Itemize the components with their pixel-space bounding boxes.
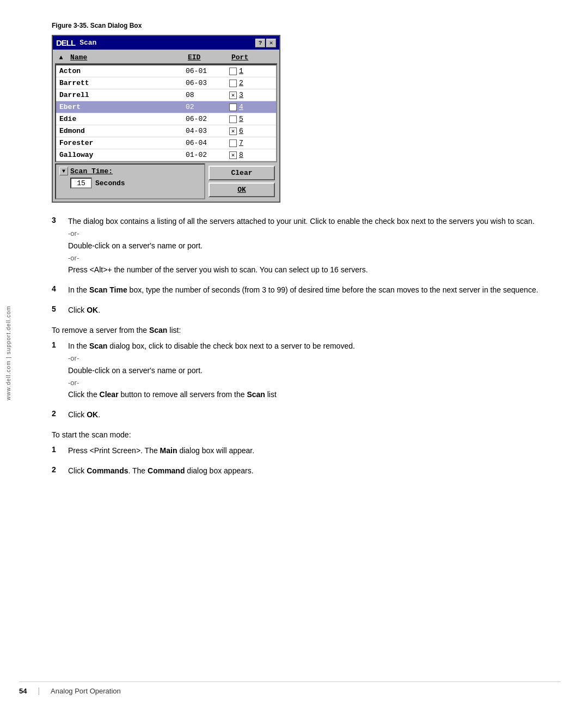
step4-content: In the Scan Time box, type the number of… bbox=[68, 284, 561, 297]
table-row[interactable]: Barrett 06-03 2 bbox=[56, 77, 276, 89]
ok-ref: OK bbox=[87, 306, 98, 314]
scanmode1-content: Press <Print Screen>. The Main dialog bo… bbox=[68, 445, 561, 458]
clear-button[interactable]: Clear bbox=[209, 166, 275, 180]
table-row[interactable]: Edie 06-02 5 bbox=[56, 113, 276, 125]
row-port-num: 3 bbox=[239, 91, 243, 99]
table-row[interactable]: Forester 06-04 7 bbox=[56, 137, 276, 149]
scanmode2-text: Click Commands. The Command dialog box a… bbox=[68, 465, 561, 477]
dialog-title: Scan bbox=[79, 39, 96, 47]
row-port-area: 5 bbox=[227, 114, 276, 124]
clear-ref: Clear bbox=[100, 390, 119, 399]
row-eid: 06-04 bbox=[183, 138, 227, 148]
remove1-content: In the Scan dialog box, click to disable… bbox=[68, 340, 561, 401]
table-row[interactable]: Darrell 08 ✕ 3 bbox=[56, 89, 276, 101]
row-name: Darrell bbox=[56, 90, 183, 100]
buttons-area: Clear OK bbox=[206, 163, 277, 199]
scan-ref3: Scan bbox=[247, 390, 265, 399]
row-checkbox[interactable]: ✕ bbox=[229, 127, 237, 135]
col-header-eid: EID bbox=[185, 52, 228, 63]
remove2-item: 2 Click OK. bbox=[52, 409, 561, 422]
scanmode2-content: Click Commands. The Command dialog box a… bbox=[68, 465, 561, 478]
scanmode1-text: Press <Print Screen>. The Main dialog bo… bbox=[68, 445, 561, 457]
page-footer: 54 | Analog Port Operation bbox=[19, 681, 561, 695]
row-port-area: ✕ 6 bbox=[227, 126, 276, 136]
row-port-num: 5 bbox=[239, 115, 243, 123]
scan-mode-intro: To start the scan mode: bbox=[52, 429, 561, 441]
main-ref: Main bbox=[160, 446, 177, 455]
row-checkbox[interactable] bbox=[229, 115, 237, 123]
row-name: Edie bbox=[56, 114, 183, 124]
step3-item: 3 The dialog box contains a listing of a… bbox=[52, 216, 561, 277]
step5-text: Click OK. bbox=[68, 305, 561, 316]
step5-number: 5 bbox=[52, 305, 63, 313]
row-checkbox[interactable] bbox=[229, 68, 237, 75]
sort-icon[interactable]: ▲ bbox=[55, 54, 67, 62]
remove1-number: 1 bbox=[52, 340, 63, 349]
row-eid: 02 bbox=[183, 102, 227, 112]
scan-time-input[interactable] bbox=[70, 178, 92, 188]
scanmode2-section: 2 Click Commands. The Command dialog box… bbox=[52, 465, 561, 478]
row-eid: 04-03 bbox=[183, 126, 227, 136]
step3-sub1: Double-click on a server's name or port. bbox=[68, 240, 561, 252]
scan-time-label: Scan Time: bbox=[70, 167, 113, 175]
ok-button[interactable]: OK bbox=[209, 182, 275, 197]
row-port-num: 6 bbox=[239, 127, 243, 135]
scan-time-area: ▼ Scan Time: Seconds bbox=[55, 163, 205, 199]
row-checkbox[interactable] bbox=[229, 80, 237, 87]
commands-ref: Commands bbox=[87, 466, 128, 475]
remove2-number: 2 bbox=[52, 409, 63, 418]
row-port-num: 4 bbox=[239, 103, 243, 111]
row-eid: 01-02 bbox=[183, 150, 227, 160]
ok-ref2: OK bbox=[87, 410, 98, 419]
scan-ref2: Scan bbox=[89, 342, 107, 350]
close-button[interactable]: ✕ bbox=[266, 39, 276, 47]
remove1-sub1: Double-click on a server's name or port. bbox=[68, 365, 561, 376]
step5-item: 5 Click OK. bbox=[52, 305, 561, 317]
scanmode2-item: 2 Click Commands. The Command dialog box… bbox=[52, 465, 561, 478]
row-port-area: ✕ 8 bbox=[227, 150, 276, 160]
remove1-section: 1 In the Scan dialog box, click to disab… bbox=[52, 340, 561, 401]
step3-or1: -or- bbox=[68, 228, 561, 239]
titlebar-buttons: ? ✕ bbox=[255, 39, 276, 47]
row-checkbox[interactable] bbox=[229, 139, 237, 147]
page-number: 54 bbox=[19, 687, 27, 695]
row-port-area: 2 bbox=[227, 78, 276, 88]
dialog-body: ▲ Name EID Port Acton 06-01 1 Barrett bbox=[53, 50, 279, 202]
row-port-num: 8 bbox=[239, 151, 243, 159]
remove2-section: 2 Click OK. bbox=[52, 409, 561, 422]
command-ref: Command bbox=[148, 466, 185, 475]
step3-number: 3 bbox=[52, 216, 63, 224]
remove1-or1: -or- bbox=[68, 353, 561, 364]
table-row[interactable]: Acton 06-01 1 bbox=[56, 65, 276, 77]
help-button[interactable]: ? bbox=[255, 39, 265, 47]
scan-dialog-box: DELL Scan ? ✕ ▲ Name EID Port Acton 06-0 bbox=[52, 35, 280, 203]
row-name: Ebert bbox=[56, 102, 183, 112]
row-checkbox[interactable] bbox=[229, 104, 237, 111]
table-row[interactable]: Edmond 04-03 ✕ 6 bbox=[56, 125, 276, 137]
table-row[interactable]: Galloway 01-02 ✕ 8 bbox=[56, 149, 276, 161]
row-eid: 06-01 bbox=[183, 66, 227, 76]
remove-intro: To remove a server from the Scan list: bbox=[52, 325, 561, 336]
step3-content: The dialog box contains a listing of all… bbox=[68, 216, 561, 277]
row-port-num: 2 bbox=[239, 79, 243, 87]
remove1-or2: -or- bbox=[68, 378, 561, 388]
dialog-titlebar: DELL Scan ? ✕ bbox=[53, 36, 279, 50]
scan-time-ref: Scan Time bbox=[89, 285, 127, 294]
row-name: Acton bbox=[56, 66, 183, 76]
row-port-area: 1 bbox=[227, 66, 276, 76]
scan-time-row: ▼ Scan Time: bbox=[59, 167, 201, 175]
scroll-down-icon[interactable]: ▼ bbox=[59, 167, 68, 175]
sidebar-watermark: www.dell.com | support.dell.com bbox=[0, 0, 16, 706]
scan-bold-ref: Scan bbox=[149, 326, 167, 334]
row-name: Barrett bbox=[56, 78, 183, 88]
table-row-selected[interactable]: Ebert 02 4 bbox=[56, 101, 276, 113]
row-eid: 06-02 bbox=[183, 114, 227, 124]
seconds-label: Seconds bbox=[95, 179, 125, 187]
row-eid: 06-03 bbox=[183, 78, 227, 88]
step3-section: 3 The dialog box contains a listing of a… bbox=[52, 216, 561, 277]
remove1-sub2: Click the Clear button to remove all ser… bbox=[68, 389, 561, 400]
remove1-item: 1 In the Scan dialog box, click to disab… bbox=[52, 340, 561, 401]
row-checkbox[interactable]: ✕ bbox=[229, 151, 237, 159]
row-name: Edmond bbox=[56, 126, 183, 136]
row-checkbox[interactable]: ✕ bbox=[229, 92, 237, 99]
